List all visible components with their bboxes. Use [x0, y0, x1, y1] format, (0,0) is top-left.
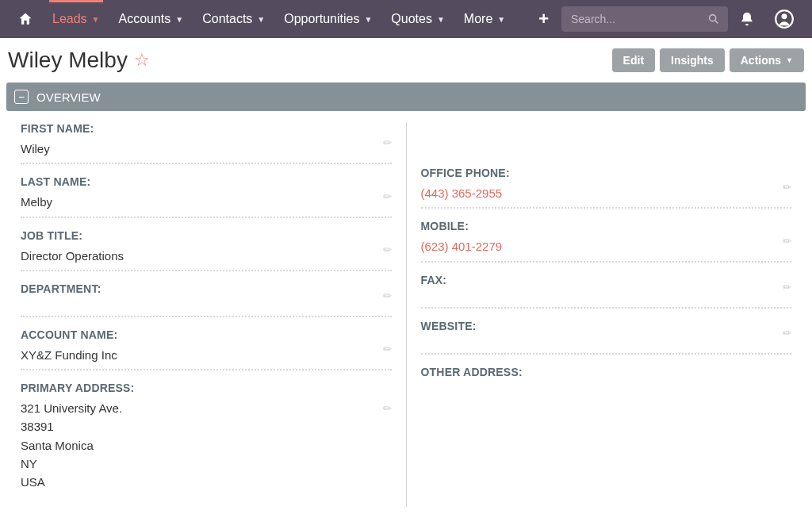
field-account-name: ACCOUNT NAME: XY&Z Funding Inc ✎	[21, 328, 392, 370]
field-department: DEPARTMENT: ✎	[21, 282, 392, 317]
field-label: FAX:	[421, 274, 792, 286]
collapse-toggle[interactable]: −	[14, 90, 29, 104]
field-fax: FAX: ✎	[421, 274, 792, 309]
actions-button[interactable]: Actions▼	[730, 48, 804, 72]
bell-icon[interactable]	[731, 11, 763, 27]
nav-opportunities[interactable]: Opportunities ▼	[276, 0, 380, 38]
field-value[interactable]	[21, 300, 392, 317]
nav-more[interactable]: More ▼	[456, 0, 513, 38]
chevron-down-icon: ▼	[497, 15, 505, 24]
nav-label: Contacts	[202, 12, 252, 26]
field-label: JOB TITLE:	[21, 229, 392, 242]
nav-leads[interactable]: Leads ▼	[44, 0, 108, 38]
add-icon[interactable]: +	[529, 9, 558, 29]
field-label: LAST NAME:	[21, 175, 392, 188]
field-job-title: JOB TITLE: Director Operations ✎	[21, 229, 392, 271]
field-label: OFFICE PHONE:	[421, 167, 792, 179]
search-input[interactable]	[561, 6, 728, 32]
nav-label: Leads	[52, 12, 87, 26]
star-icon[interactable]: ☆	[134, 50, 150, 71]
top-navbar: Leads ▼ Accounts ▼ Contacts ▼ Opportunit…	[0, 0, 812, 38]
field-label: FIRST NAME:	[21, 122, 392, 135]
nav-accounts[interactable]: Accounts ▼	[111, 0, 192, 38]
search-wrap	[561, 6, 728, 32]
field-value[interactable]: Director Operations	[21, 247, 392, 271]
right-column: OFFICE PHONE: (443) 365-2955 ✎ MOBILE: (…	[407, 122, 806, 507]
nav-label: More	[464, 12, 492, 26]
overview-title: OVERVIEW	[36, 90, 101, 104]
field-last-name: LAST NAME: Melby ✎	[21, 175, 392, 217]
field-value[interactable]: 321 University Ave. 38391 Santa Monica N…	[21, 399, 392, 496]
field-value[interactable]	[421, 291, 792, 309]
field-value[interactable]: Melby	[21, 193, 392, 217]
chevron-down-icon: ▼	[175, 15, 183, 24]
edit-button[interactable]: Edit	[612, 48, 655, 72]
field-value[interactable]: XY&Z Funding Inc	[21, 346, 392, 370]
field-label: DEPARTMENT:	[21, 282, 392, 295]
field-website: WEBSITE: ✎	[421, 320, 792, 355]
field-value[interactable]: (623) 401-2279	[421, 237, 792, 262]
profile-icon[interactable]	[766, 9, 802, 29]
field-other-address: OTHER ADDRESS:	[421, 366, 792, 401]
svg-point-3	[782, 13, 787, 19]
field-value[interactable]	[421, 383, 792, 401]
page-title: Wiley Melby	[8, 48, 128, 73]
chevron-down-icon: ▼	[437, 15, 445, 24]
chevron-down-icon: ▼	[92, 15, 100, 24]
nav-quotes[interactable]: Quotes ▼	[383, 0, 453, 38]
field-value[interactable]: Wiley	[21, 140, 392, 164]
home-icon[interactable]	[10, 0, 41, 38]
field-value[interactable]	[421, 337, 792, 355]
field-label: WEBSITE:	[421, 320, 792, 332]
page-header: Wiley Melby ☆ Edit Insights Actions▼	[0, 38, 812, 82]
field-label: PRIMARY ADDRESS:	[21, 382, 392, 394]
nav-contacts[interactable]: Contacts ▼	[194, 0, 273, 38]
field-label: ACCOUNT NAME:	[21, 328, 392, 341]
overview-section-header: − OVERVIEW	[6, 82, 806, 111]
left-column: FIRST NAME: Wiley ✎ LAST NAME: Melby ✎ J…	[6, 122, 407, 507]
field-label: MOBILE:	[421, 220, 792, 232]
field-value[interactable]: (443) 365-2955	[421, 184, 792, 209]
field-office-phone: OFFICE PHONE: (443) 365-2955 ✎	[421, 167, 792, 209]
overview-panel: FIRST NAME: Wiley ✎ LAST NAME: Melby ✎ J…	[0, 111, 812, 518]
chevron-down-icon: ▼	[364, 15, 372, 24]
nav-label: Accounts	[119, 12, 171, 26]
insights-button[interactable]: Insights	[660, 48, 725, 72]
field-first-name: FIRST NAME: Wiley ✎	[21, 122, 392, 164]
field-mobile: MOBILE: (623) 401-2279 ✎	[421, 220, 792, 262]
nav-label: Quotes	[391, 12, 432, 26]
chevron-down-icon: ▼	[786, 56, 793, 64]
field-primary-address: PRIMARY ADDRESS: 321 University Ave. 383…	[21, 382, 392, 496]
field-label: OTHER ADDRESS:	[421, 366, 792, 378]
chevron-down-icon: ▼	[257, 15, 265, 24]
nav-label: Opportunities	[284, 12, 359, 26]
